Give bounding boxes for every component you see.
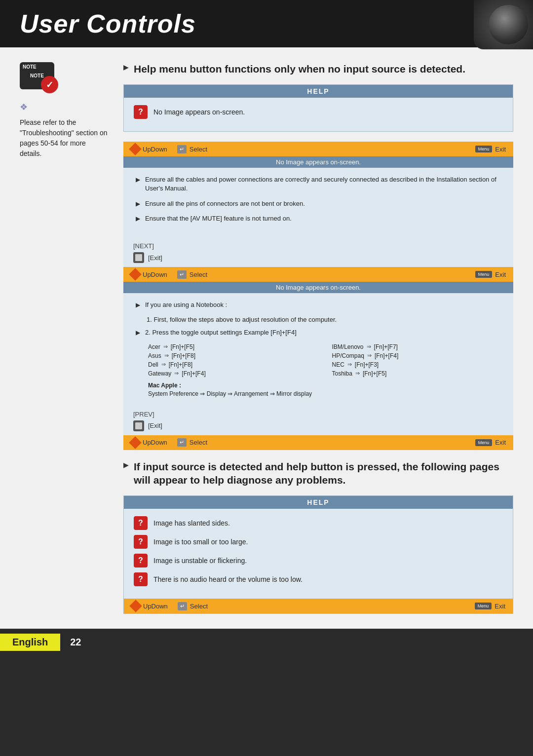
help-item-slanted: ? Image has slanted sides.	[134, 516, 503, 530]
help-panel-1: HELP ? No Image appears on-screen.	[123, 84, 513, 132]
nav-exit-1: Menu Exit	[475, 146, 506, 153]
nav-updown-4: UpDown	[131, 602, 168, 610]
brand-row-gateway: Gateway ⇒ [Fn]+[F4]	[148, 370, 317, 377]
brand-row-toshiba: Toshiba ⇒ [Fn]+[F5]	[332, 370, 501, 377]
page-footer: English 22	[0, 629, 533, 656]
page-title: User Controls	[20, 9, 513, 38]
camera-lens	[489, 5, 528, 44]
brand-name-acer: Acer	[148, 343, 160, 350]
nav-select-2[interactable]: ↵ Select	[177, 270, 207, 279]
content-panel-1: ▶ Ensure all the cables and power connec…	[123, 168, 513, 236]
help-header-1: HELP	[124, 85, 513, 98]
next-exit-section-1: [NEXT] [Exit]	[123, 236, 513, 267]
brand-arrow-acer: ⇒	[163, 343, 168, 350]
brand-key-dell: [Fn]+[F8]	[169, 361, 192, 368]
mac-apple-label: Mac Apple :	[148, 382, 501, 389]
exit-icon-box-1	[133, 252, 144, 263]
note-box: NOTE ❖ Please refer to the "Troubleshoot…	[20, 62, 109, 159]
content-arrow-2: ▶	[136, 200, 140, 207]
content-bullet-2: ▶ Ensure all the pins of connectors are …	[136, 199, 501, 208]
right-content: ▶ Help menu button functions only when n…	[123, 62, 513, 614]
nav-select-4[interactable]: ↵ Select	[178, 602, 208, 610]
exit-row-2: [Exit]	[133, 420, 503, 431]
content-text-notebook-1: If you are using a Notebook :	[145, 301, 227, 309]
section1-intro: ▶ Help menu button functions only when n…	[123, 62, 513, 76]
brand-row-hp: HP/Compaq ⇒ [Fn]+[F4]	[332, 352, 501, 359]
brand-row-nec: NEC ⇒ [Fn]+[F3]	[332, 361, 501, 368]
nav-menu-btn-1: Menu	[475, 146, 493, 152]
nav-select-label-3: Select	[190, 439, 207, 446]
note-icon: NOTE	[20, 62, 54, 89]
content-arrow-1: ▶	[136, 176, 140, 183]
brand-key-asus: [Fn]+[F8]	[172, 352, 195, 359]
note-label: NOTE	[30, 73, 44, 78]
next-label-1: [NEXT]	[133, 242, 503, 250]
nav-updown-2: UpDown	[131, 270, 167, 279]
nav-enter-icon-1: ↵	[177, 145, 187, 153]
brand-name-ibm: IBM/Lenovo	[332, 343, 364, 350]
help-header-2: HELP	[124, 496, 513, 509]
brand-name-hp: HP/Compaq	[332, 352, 364, 359]
nav-diamond-icon-2	[129, 268, 141, 280]
nav-exit-label-2: Exit	[495, 271, 506, 278]
help-body-1: ? No Image appears on-screen.	[124, 98, 513, 131]
nav-menu-btn-4: Menu	[475, 603, 492, 609]
exit-icon-box-2	[133, 420, 144, 431]
content-text-2: Ensure all the pins of connectors are no…	[145, 199, 305, 208]
page-header: User Controls	[0, 0, 533, 47]
content-bullet-notebook-2: ▶ 2. Press the toggle output settings Ex…	[136, 328, 501, 337]
exit-row-1: [Exit]	[133, 252, 503, 263]
nav-diamond-icon-4	[129, 600, 142, 612]
brand-key-hp: [Fn]+[F4]	[375, 352, 398, 359]
brand-name-dell: Dell	[148, 361, 158, 368]
help-q-icon-unstable: ?	[134, 554, 148, 567]
mac-apple-section: Mac Apple : System Preference ⇒ Display …	[148, 382, 501, 397]
help-panel-2: HELP ? Image has slanted sides. ? Image …	[123, 495, 513, 614]
nav-exit-3: Menu Exit	[475, 439, 506, 446]
content-text-notebook-step1: 1. First, follow the steps above to adju…	[147, 315, 501, 324]
nav-menu-btn-2: Menu	[475, 271, 493, 278]
help-q-icon-1: ?	[134, 105, 148, 119]
content-text-1: Ensure all the cables and power connecti…	[145, 175, 501, 193]
help-body-2: ? Image has slanted sides. ? Image is to…	[124, 509, 513, 599]
help-item-audio: ? There is no audio heard or the volume …	[134, 572, 503, 586]
main-content: NOTE ❖ Please refer to the "Troubleshoot…	[0, 47, 533, 629]
nav-select-label-4: Select	[190, 603, 208, 610]
brand-key-gateway: [Fn]+[F4]	[182, 370, 205, 377]
note-text: Please refer to the "Troubleshooting" se…	[20, 117, 109, 159]
mac-preference-text: System Preference ⇒ Display ⇒ Arrangemen…	[148, 390, 501, 397]
nav-exit-label-1: Exit	[495, 146, 506, 153]
help-item-text-slanted: Image has slanted sides.	[153, 519, 230, 527]
content-arrow-notebook-1: ▶	[136, 302, 140, 308]
nav-exit-label-3: Exit	[495, 439, 506, 446]
content-text-3: Ensure that the [AV MUTE] feature is not…	[145, 214, 292, 223]
left-sidebar: NOTE ❖ Please refer to the "Troubleshoot…	[20, 62, 109, 614]
brand-key-acer: [Fn]+[F5]	[171, 343, 194, 350]
nav-updown-label-4: UpDown	[143, 603, 168, 610]
brand-name-gateway: Gateway	[148, 370, 171, 377]
nav-menu-btn-3: Menu	[475, 439, 493, 446]
exit-icon-inner-1	[135, 254, 142, 261]
nav-updown-label-1: UpDown	[143, 146, 167, 153]
nav-updown-3: UpDown	[131, 438, 167, 447]
status-bar-2: No Image appears on-screen.	[123, 282, 513, 293]
brand-arrow-asus: ⇒	[164, 352, 169, 359]
content-bullet-3: ▶ Ensure that the [AV MUTE] feature is n…	[136, 214, 501, 223]
nav-enter-icon-2: ↵	[177, 270, 187, 279]
nav-diamond-icon-1	[129, 143, 141, 155]
brand-arrow-ibm: ⇒	[367, 343, 371, 350]
brand-arrow-hp: ⇒	[367, 352, 372, 359]
note-diamond-icon: ❖	[20, 102, 28, 113]
brand-arrow-nec: ⇒	[347, 361, 352, 368]
nav-select-label-1: Select	[190, 146, 207, 153]
nav-select-3[interactable]: ↵ Select	[177, 438, 207, 447]
brand-key-ibm: [Fn]+[F7]	[374, 343, 398, 350]
brand-arrow-gateway: ⇒	[174, 370, 179, 377]
help-item-text-audio: There is no audio heard or the volume is…	[153, 575, 303, 583]
nav-bar-1: UpDown ↵ Select Menu Exit	[123, 142, 513, 156]
nav-select-1[interactable]: ↵ Select	[177, 145, 207, 153]
nav-select-label-2: Select	[190, 271, 207, 278]
footer-language: English	[0, 634, 60, 651]
help-item-text-unstable: Image is unstable or flickering.	[153, 557, 247, 565]
content-arrow-notebook-2: ▶	[136, 329, 140, 336]
